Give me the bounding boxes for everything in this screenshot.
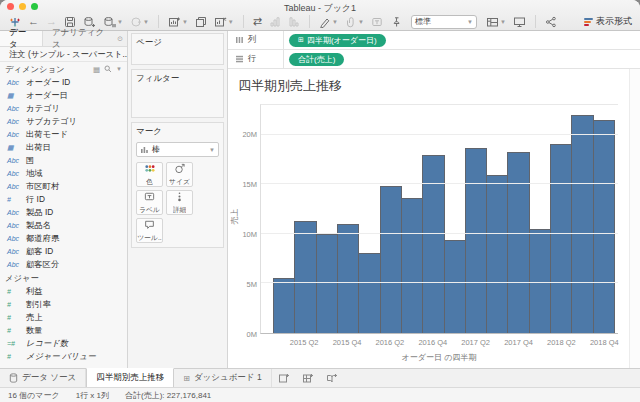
rows-shelf[interactable]: 行 合計(売上) bbox=[228, 50, 640, 69]
color-button[interactable]: 色 bbox=[136, 162, 163, 187]
x-tick-label: 2018 Q2 bbox=[547, 338, 576, 347]
field-item[interactable]: #利益 bbox=[0, 285, 127, 298]
caret-down-icon[interactable]: ▼ bbox=[116, 66, 122, 72]
field-item[interactable]: #数量 bbox=[0, 324, 127, 337]
field-item[interactable]: Abc製品 ID bbox=[0, 206, 127, 219]
bar[interactable] bbox=[571, 115, 593, 333]
bar[interactable] bbox=[316, 234, 338, 333]
field-item[interactable]: Abc国 bbox=[0, 154, 127, 167]
y-axis-title[interactable]: 売上 bbox=[229, 209, 240, 225]
x-axis-title[interactable]: オーダー日 の四半期 bbox=[260, 352, 618, 363]
tab-dashboard[interactable]: ⊞ ダッシュボード 1 bbox=[174, 369, 272, 387]
show-hide-cards-icon[interactable]: ▼ bbox=[485, 14, 507, 29]
show-me-icon bbox=[584, 18, 593, 26]
clear-sheet-icon[interactable]: ▼ bbox=[213, 14, 235, 29]
caret-down-icon[interactable]: ▼ bbox=[500, 19, 506, 25]
scrollbar-gutter[interactable] bbox=[629, 69, 640, 368]
bar[interactable] bbox=[529, 229, 551, 333]
caret-down-icon[interactable]: ▼ bbox=[332, 19, 338, 25]
gridline bbox=[261, 134, 618, 135]
field-item[interactable]: Abc市区町村 bbox=[0, 180, 127, 193]
bar[interactable] bbox=[401, 198, 423, 333]
new-worksheet-icon[interactable]: ▼ bbox=[167, 14, 189, 29]
tab-analytics[interactable]: アナリティクス bbox=[43, 31, 117, 46]
pin-pane-icon[interactable]: ⊙ bbox=[117, 31, 127, 46]
field-item[interactable]: Abc顧客 ID bbox=[0, 245, 127, 258]
rows-pill[interactable]: 合計(売上) bbox=[289, 53, 344, 66]
mark-type-dropdown[interactable]: 棒 ▼ bbox=[136, 142, 219, 157]
sheet-tab-bar: データ ソース 四半期別売上推移 ⊞ ダッシュボード 1 bbox=[0, 368, 640, 387]
search-icon[interactable] bbox=[104, 65, 112, 73]
field-item[interactable]: Abc顧客区分 bbox=[0, 258, 127, 271]
database-icon bbox=[9, 373, 18, 383]
caret-down-icon[interactable]: ▼ bbox=[228, 19, 234, 25]
caret-down-icon[interactable]: ▼ bbox=[358, 19, 364, 25]
worksheet-area: 列 ⊞ 四半期(オーダー日) 行 合計(売上) bbox=[228, 31, 640, 368]
field-item[interactable]: Abc地域 bbox=[0, 167, 127, 180]
presentation-mode-icon[interactable] bbox=[512, 14, 527, 29]
bar[interactable] bbox=[444, 240, 466, 333]
view-grid-icon[interactable]: ▦ bbox=[93, 65, 100, 74]
field-type-icon: Abc bbox=[7, 170, 22, 177]
duplicate-sheet-icon[interactable] bbox=[194, 14, 208, 29]
tab-worksheet[interactable]: 四半期別売上推移 bbox=[86, 368, 174, 387]
run-auto-updates-icon[interactable]: ▼ bbox=[129, 14, 150, 29]
label-button[interactable]: ラベル bbox=[136, 190, 163, 215]
bar[interactable] bbox=[593, 120, 615, 333]
group-members-icon[interactable]: ▼ bbox=[344, 14, 365, 29]
detail-button[interactable]: 詳細 bbox=[166, 190, 193, 215]
field-item[interactable]: ▦出荷日 bbox=[0, 141, 127, 154]
measures-header-label: メジャー bbox=[5, 273, 39, 284]
tooltip-button[interactable]: ツール.. bbox=[136, 218, 163, 243]
sheet-title[interactable]: 四半期別売上推移 bbox=[238, 77, 342, 95]
bar[interactable] bbox=[380, 186, 402, 333]
field-item[interactable]: Abcオーダー ID bbox=[0, 76, 127, 89]
bar[interactable] bbox=[422, 155, 444, 333]
bar[interactable] bbox=[337, 224, 359, 333]
bar[interactable] bbox=[550, 144, 572, 333]
show-me-button[interactable]: 表示形式 bbox=[584, 15, 632, 28]
field-item[interactable]: ▦オーダー日 bbox=[0, 89, 127, 102]
data-source-item[interactable]: 注文 (サンプル - スーパースト... bbox=[0, 47, 127, 62]
field-item[interactable]: Abc都道府県 bbox=[0, 232, 127, 245]
tab-data[interactable]: データ bbox=[0, 31, 43, 46]
columns-pill[interactable]: ⊞ 四半期(オーダー日) bbox=[289, 34, 386, 47]
columns-shelf[interactable]: 列 ⊞ 四半期(オーダー日) bbox=[228, 31, 640, 50]
new-worksheet-tab-button[interactable] bbox=[272, 369, 296, 387]
new-story-tab-button[interactable] bbox=[320, 369, 344, 387]
field-item[interactable]: #割引率 bbox=[0, 298, 127, 311]
field-item[interactable]: =#レコード数 bbox=[0, 337, 127, 350]
filters-shelf[interactable]: フィルター bbox=[131, 69, 224, 118]
fix-axes-icon[interactable] bbox=[389, 14, 403, 29]
field-item[interactable]: Abc製品名 bbox=[0, 219, 127, 232]
highlighter-icon[interactable]: ▼ bbox=[318, 14, 339, 29]
caret-down-icon[interactable]: ▼ bbox=[182, 19, 188, 25]
field-item[interactable]: Abcサブカテゴリ bbox=[0, 115, 127, 128]
field-item[interactable]: #メジャー バリュー bbox=[0, 350, 127, 363]
field-item[interactable]: Abcカテゴリ bbox=[0, 102, 127, 115]
tab-data-source[interactable]: データ ソース bbox=[0, 369, 86, 387]
sort-ascending-icon[interactable] bbox=[268, 14, 282, 29]
bar[interactable] bbox=[294, 221, 316, 333]
field-item[interactable]: #売上 bbox=[0, 311, 127, 324]
size-button[interactable]: サイズ bbox=[166, 162, 193, 187]
field-item[interactable]: #行 ID bbox=[0, 193, 127, 206]
tooltip-icon bbox=[144, 219, 155, 232]
new-dashboard-tab-button[interactable] bbox=[296, 369, 320, 387]
share-workbook-icon[interactable] bbox=[544, 14, 558, 29]
x-tick-label: 2016 Q2 bbox=[376, 338, 405, 347]
field-item[interactable]: Abc出荷モード bbox=[0, 128, 127, 141]
bar[interactable] bbox=[358, 253, 380, 333]
bar[interactable] bbox=[465, 148, 487, 333]
swap-rows-columns-icon[interactable]: ⇄ bbox=[252, 14, 263, 29]
pages-shelf[interactable]: ページ bbox=[131, 33, 224, 65]
sort-descending-icon[interactable] bbox=[287, 14, 301, 29]
y-tick-label: 0M bbox=[230, 330, 257, 339]
bar[interactable] bbox=[486, 175, 508, 333]
caret-down-icon[interactable]: ▼ bbox=[143, 19, 149, 25]
caret-down-icon[interactable]: ▼ bbox=[117, 19, 123, 25]
bar[interactable] bbox=[507, 152, 529, 333]
fit-selector[interactable]: 標準 ▼ bbox=[411, 15, 477, 29]
show-mark-labels-icon[interactable] bbox=[370, 14, 384, 29]
bar[interactable] bbox=[273, 278, 295, 333]
